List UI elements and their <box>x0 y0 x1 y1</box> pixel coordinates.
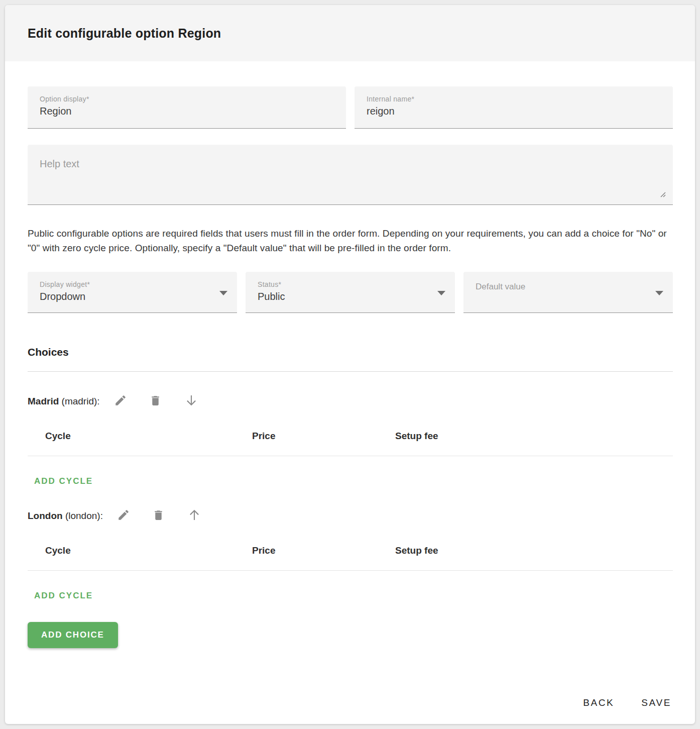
default-value-select[interactable]: Default value <box>463 272 673 313</box>
chevron-down-icon <box>437 291 445 295</box>
add-choice-button[interactable]: ADD CHOICE <box>28 622 118 648</box>
status-label: Status* <box>258 280 443 288</box>
add-cycle-button[interactable]: ADD CYCLE <box>34 591 93 601</box>
delete-choice-button[interactable] <box>149 394 162 408</box>
internal-name-field: Internal name* <box>355 86 673 129</box>
internal-name-label: Internal name* <box>367 95 661 103</box>
trash-icon <box>152 509 165 523</box>
arrow-up-icon <box>187 507 202 524</box>
delete-choice-button[interactable] <box>152 509 165 523</box>
status-value: Public <box>258 291 443 302</box>
display-widget-label: Display widget* <box>40 280 225 288</box>
dialog-content: Option display* Internal name* Public co… <box>5 86 695 723</box>
save-button[interactable]: SAVE <box>641 697 671 708</box>
cycle-table: Cycle Price Setup fee <box>28 431 673 456</box>
option-display-field: Option display* <box>28 86 346 129</box>
edit-choice-button[interactable] <box>114 394 127 408</box>
price-column-header: Price <box>252 545 395 556</box>
setup-fee-column-header: Setup fee <box>395 431 673 442</box>
move-choice-down-button[interactable] <box>184 393 199 409</box>
cycle-column-header: Cycle <box>28 431 252 442</box>
arrow-down-icon <box>184 393 199 409</box>
move-choice-up-button[interactable] <box>187 507 202 524</box>
back-button[interactable]: BACK <box>583 697 614 708</box>
help-text-field <box>28 145 673 205</box>
trash-icon <box>149 394 162 408</box>
edit-option-dialog: Edit configurable option Region Option d… <box>5 5 695 724</box>
cycle-column-header: Cycle <box>28 545 252 556</box>
dialog-header: Edit configurable option Region <box>5 5 695 61</box>
option-display-input[interactable] <box>40 106 334 117</box>
choice-name: Madrid (madrid): <box>28 396 100 407</box>
setup-fee-column-header: Setup fee <box>395 545 673 556</box>
price-column-header: Price <box>252 431 395 442</box>
choice-item-madrid: Madrid (madrid): <box>28 393 673 486</box>
resize-grip-icon[interactable] <box>659 190 666 199</box>
default-value-label: Default value <box>476 282 661 292</box>
choices-divider <box>28 371 673 372</box>
chevron-down-icon <box>219 291 227 295</box>
pencil-icon <box>117 508 130 523</box>
help-text-input[interactable] <box>28 145 673 204</box>
pencil-icon <box>114 394 127 408</box>
status-select[interactable]: Status* Public <box>246 272 455 313</box>
public-options-description: Public configurable options are required… <box>28 226 673 255</box>
edit-choice-button[interactable] <box>117 508 130 523</box>
cycle-table: Cycle Price Setup fee <box>28 545 673 571</box>
display-widget-select[interactable]: Display widget* Dropdown <box>28 272 237 313</box>
add-cycle-button[interactable]: ADD CYCLE <box>34 476 93 486</box>
dialog-footer: BACK SAVE <box>28 697 673 708</box>
dialog-title: Edit configurable option Region <box>28 26 221 41</box>
choices-heading: Choices <box>28 346 673 358</box>
choice-item-london: London (london): <box>28 507 673 601</box>
option-display-label: Option display* <box>40 95 334 103</box>
chevron-down-icon <box>655 291 663 295</box>
choice-name: London (london): <box>28 510 103 522</box>
display-widget-value: Dropdown <box>40 291 225 302</box>
internal-name-input[interactable] <box>367 106 661 117</box>
